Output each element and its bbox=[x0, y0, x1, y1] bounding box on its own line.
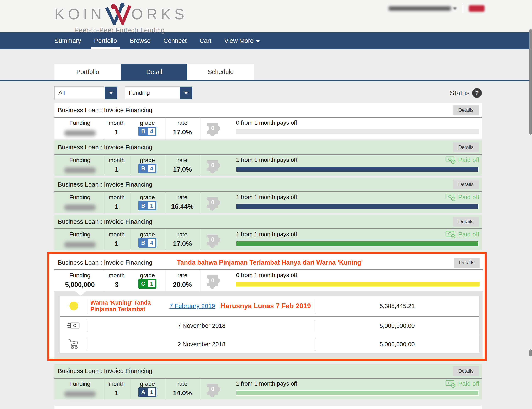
funding-value-masked bbox=[64, 242, 96, 248]
tab-portfolio[interactable]: Portfolio bbox=[55, 64, 121, 80]
loan-title: Business Loan : Invoice Financing bbox=[58, 367, 152, 374]
payment-history-table: Warna 'Kuning' TandaPinjaman Terlambat 7… bbox=[60, 296, 479, 353]
funding-value-masked bbox=[64, 204, 96, 210]
payoff-status-text: 0 from 1 month pays off bbox=[236, 272, 480, 279]
svg-text:0: 0 bbox=[211, 162, 215, 168]
cart-puzzle-icon: 0 bbox=[206, 381, 221, 398]
payment-history-section: Warna 'Kuning' TandaPinjaman Terlambat 7… bbox=[55, 291, 483, 359]
grade-badge: C1 bbox=[138, 279, 156, 288]
nav-item-portfolio[interactable]: Portfolio bbox=[94, 32, 117, 49]
funding-value: 5,000,000 bbox=[65, 281, 95, 288]
koinworks-logo: KOIN ORKS Peer-to-Peer Fintech Lending bbox=[55, 2, 188, 34]
payoff-status-text: 1 from 1 month pays off bbox=[236, 380, 479, 387]
scrollbar-thumb[interactable] bbox=[529, 29, 532, 135]
cart-puzzle-icon: 0 bbox=[206, 120, 221, 137]
paid-off-badge: Paid off bbox=[445, 193, 479, 201]
account-area bbox=[389, 4, 484, 13]
details-button[interactable]: Details bbox=[453, 217, 479, 227]
payoff-status-text: 1 from 1 month pays off bbox=[236, 194, 479, 200]
logo-w-mark-icon bbox=[102, 2, 133, 25]
cart-puzzle-icon: 0 bbox=[206, 231, 221, 248]
tab-schedule[interactable]: Schedule bbox=[188, 64, 254, 80]
due-date-link[interactable]: 7 February 2019 bbox=[169, 302, 215, 309]
tab-detail[interactable]: Detail bbox=[121, 64, 188, 80]
nav-item-connect[interactable]: Connect bbox=[163, 32, 187, 49]
svg-text:0: 0 bbox=[211, 277, 215, 284]
loan-card-list: Business Loan : Invoice Financing Detail… bbox=[55, 103, 482, 400]
details-button[interactable]: Details bbox=[453, 366, 479, 376]
cart-icon bbox=[68, 339, 79, 350]
cart-puzzle-icon: 0 bbox=[206, 272, 221, 289]
grade-badge: B4 bbox=[138, 238, 156, 248]
sort-filter-dropdown[interactable]: Funding bbox=[125, 86, 192, 100]
late-loan-highlight-box: Business Loan : Invoice Financing Tanda … bbox=[48, 252, 487, 361]
chevron-down-icon bbox=[256, 40, 260, 42]
late-annotation: Tanda bahwa Pinjaman Terlambat Hanya dar… bbox=[177, 259, 363, 266]
payoff-status-text: 1 from 1 month pays off bbox=[236, 157, 479, 163]
chevron-down-icon bbox=[453, 8, 457, 10]
pagination-bar: 1 - Page 1 - bbox=[55, 406, 482, 409]
loan-title: Business Loan : Invoice Financing bbox=[58, 181, 152, 188]
paid-off-badge: Paid off bbox=[445, 156, 479, 164]
cart-puzzle-icon: 0 bbox=[206, 194, 221, 211]
logo-text-koin: KOIN bbox=[55, 6, 105, 23]
svg-text:0: 0 bbox=[211, 199, 215, 206]
cart-puzzle-icon: 0 bbox=[206, 157, 221, 174]
grade-badge: B4 bbox=[138, 127, 156, 136]
status-legend: Status ? bbox=[450, 88, 482, 98]
notification-badge-blurred[interactable] bbox=[469, 5, 484, 12]
late-warning-label: Warna 'Kuning' TandaPinjaman Terlambat bbox=[90, 299, 151, 313]
money-transfer-icon bbox=[67, 321, 80, 330]
table-row-late-payment: Warna 'Kuning' TandaPinjaman Terlambat 7… bbox=[60, 296, 479, 316]
banknote-check-icon bbox=[445, 230, 456, 239]
details-button[interactable]: Details bbox=[453, 180, 479, 189]
details-button[interactable]: Details bbox=[453, 105, 479, 115]
progress-bar bbox=[236, 390, 479, 396]
type-filter-dropdown[interactable]: All bbox=[55, 86, 117, 100]
logo-text-orks: ORKS bbox=[131, 6, 188, 23]
svg-text:0: 0 bbox=[211, 385, 215, 392]
status-label: Status bbox=[450, 89, 470, 97]
grade-badge: A1 bbox=[138, 387, 156, 397]
grade-badge: B4 bbox=[138, 164, 156, 173]
loan-card: Business Loan : Invoice Financing Detail… bbox=[55, 178, 482, 213]
help-icon[interactable]: ? bbox=[472, 88, 482, 98]
user-email-menu[interactable] bbox=[389, 6, 457, 11]
nav-item-cart[interactable]: Cart bbox=[200, 32, 211, 49]
dropdown-button[interactable] bbox=[104, 87, 117, 99]
nav-item-view-more[interactable]: View More bbox=[224, 32, 260, 49]
table-row-disbursement: 7 November 2018 5,000,000.00 bbox=[60, 316, 479, 335]
divider bbox=[463, 4, 463, 13]
funding-value-masked bbox=[64, 167, 96, 173]
tabs-underline bbox=[0, 80, 532, 81]
svg-text:0: 0 bbox=[211, 124, 215, 131]
callout-pointer bbox=[75, 291, 86, 296]
page-content: Portfolio Detail Schedule All Funding St… bbox=[0, 64, 482, 409]
loan-card: Business Loan : Invoice Financing Detail… bbox=[55, 103, 482, 139]
loan-title: Business Loan : Invoice Financing bbox=[58, 107, 152, 114]
payoff-status-text: 1 from 1 month pays off bbox=[236, 231, 479, 238]
date-value: 7 November 2018 bbox=[90, 322, 313, 329]
details-button[interactable]: Details bbox=[453, 142, 479, 152]
amount-value: 5,385,445.21 bbox=[315, 303, 479, 309]
nav-item-browse[interactable]: Browse bbox=[130, 32, 151, 49]
loan-title: Business Loan : Invoice Financing bbox=[58, 144, 152, 151]
chevron-down-icon bbox=[109, 92, 113, 94]
loan-title: Business Loan : Invoice Financing bbox=[58, 259, 152, 266]
scrollbar-marker[interactable] bbox=[529, 349, 532, 356]
payoff-status-text: 0 from 1 month pays off bbox=[236, 120, 479, 126]
main-nav: Summary Portfolio Browse Connect Cart Vi… bbox=[0, 32, 532, 49]
dropdown-button[interactable] bbox=[180, 87, 192, 99]
details-button[interactable]: Details bbox=[454, 258, 480, 268]
nav-item-summary[interactable]: Summary bbox=[55, 32, 81, 49]
loan-card: Business Loan : Invoice Financing Detail… bbox=[55, 140, 482, 176]
header: KOIN ORKS Peer-to-Peer Fintech Lending bbox=[0, 0, 532, 32]
banknote-check-icon bbox=[445, 156, 456, 164]
loan-title: Business Loan : Invoice Financing bbox=[58, 218, 152, 225]
table-row-order: 2 November 2018 5,000,000.00 bbox=[60, 335, 479, 353]
funding-value-masked bbox=[64, 130, 96, 136]
progress-bar bbox=[236, 130, 479, 134]
filters-row: All Funding Status ? bbox=[55, 86, 482, 100]
chevron-down-icon bbox=[184, 92, 188, 94]
loan-card: Business Loan : Invoice Financing Detail… bbox=[55, 364, 482, 400]
